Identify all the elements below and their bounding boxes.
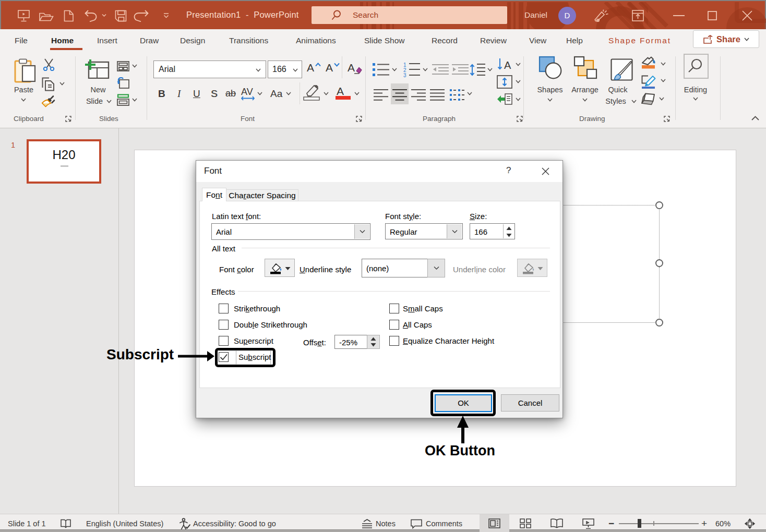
svg-text:3: 3	[403, 72, 406, 77]
svg-text:A: A	[504, 59, 511, 71]
